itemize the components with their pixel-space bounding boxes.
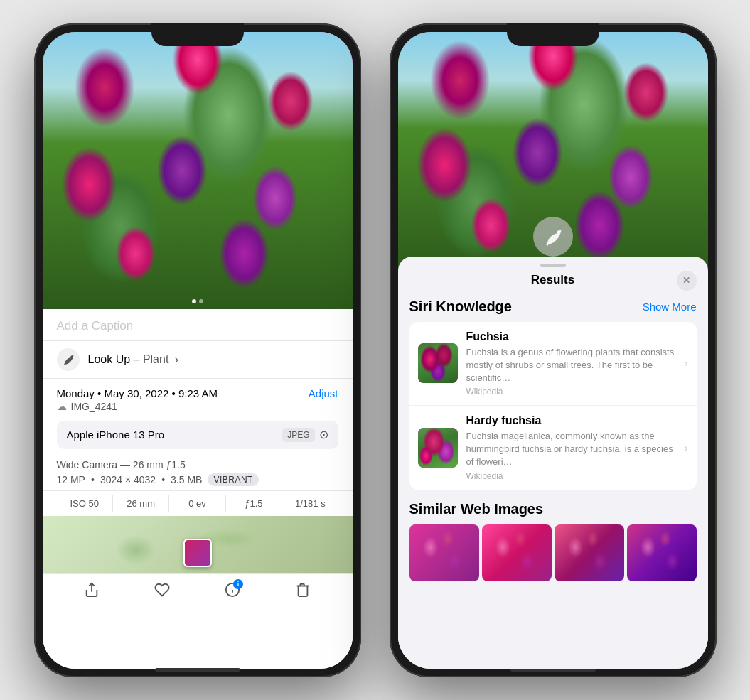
hardy-fuchsia-desc: Fuchsia magellanica, commonly known as t… [466, 430, 679, 469]
share-button[interactable] [84, 582, 100, 602]
visual-lookup-button[interactable] [533, 217, 573, 257]
camera-spec-line1: Wide Camera — 26 mm ƒ1.5 [57, 459, 338, 470]
delete-button[interactable] [295, 582, 311, 602]
knowledge-card: Fuchsia Fuchsia is a genus of flowering … [409, 322, 697, 490]
sim-flowers-1 [409, 524, 479, 581]
sheet-header: Results ✕ [398, 267, 708, 294]
lookup-row[interactable]: Look Up – Plant › [43, 341, 353, 379]
info-badge: i [233, 579, 243, 589]
fuchsia-desc: Fuchsia is a genus of flowering plants t… [466, 346, 679, 385]
siri-knowledge-title: Siri Knowledge [409, 298, 512, 315]
sim-flowers-2 [482, 524, 552, 581]
sheet-content: Siri Knowledge Show More Fuchsia Fuchsia… [398, 294, 708, 669]
hardy-fuchsia-thumbnail [418, 428, 458, 468]
lookup-chevron: › [175, 353, 178, 365]
left-phone: Add a Caption Look Up – Plant › [34, 23, 361, 677]
fuchsia-thumb-image [418, 343, 458, 383]
date-row: Monday • May 30, 2022 • 9:23 AM ☁ IMG_42… [43, 379, 353, 415]
camera-specs: Wide Camera — 26 mm ƒ1.5 12 MP • 3024 × … [43, 455, 353, 490]
location-icon: ⊙ [319, 428, 328, 441]
page-dot-2 [199, 299, 203, 303]
device-name: Apple iPhone 13 Pro [67, 429, 165, 441]
right-photo-display [398, 32, 708, 274]
close-button[interactable]: ✕ [677, 271, 697, 291]
left-phone-screen: Add a Caption Look Up – Plant › [43, 32, 353, 669]
map-photo-thumb [183, 539, 212, 567]
fuchsia-info: Fuchsia Fuchsia is a genus of flowering … [466, 330, 679, 397]
right-phone: Results ✕ Siri Knowledge Show More [390, 23, 717, 677]
cloud-icon: ☁ [57, 401, 67, 412]
visual-look-up-icon [57, 348, 80, 371]
exif-aperture: ƒ1.5 [226, 495, 282, 512]
siri-knowledge-header: Siri Knowledge Show More [409, 298, 697, 315]
leaf-icon [62, 353, 75, 366]
caption-placeholder[interactable]: Add a Caption [57, 319, 134, 333]
similar-image-4[interactable] [627, 524, 697, 581]
lookup-label: Look Up – Plant › [88, 353, 179, 366]
similar-web-section: Similar Web Images [409, 501, 697, 581]
favorite-button[interactable] [154, 582, 170, 602]
knowledge-item-hardy-fuchsia[interactable]: Hardy fuchsia Fuchsia magellanica, commo… [409, 406, 697, 490]
spec-separator2: • [161, 474, 165, 485]
leaf-lookup-icon [543, 227, 563, 247]
similar-image-2[interactable] [482, 524, 552, 581]
knowledge-item-fuchsia[interactable]: Fuchsia Fuchsia is a genus of flowering … [409, 322, 697, 406]
filename-row: ☁ IMG_4241 [57, 401, 218, 412]
sim-flowers-4 [627, 524, 697, 581]
bottom-toolbar: i [43, 573, 353, 623]
page-indicator [192, 299, 203, 303]
format-badge: JPEG [282, 428, 314, 442]
exif-focal: 26 mm [113, 495, 169, 512]
fuchsia-thumbnail [418, 343, 458, 383]
hardy-fuchsia-thumb-image [418, 428, 458, 468]
caption-area[interactable]: Add a Caption [43, 309, 353, 341]
date-text: Monday • May 30, 2022 • 9:23 AM [57, 387, 218, 399]
similar-images-grid [409, 524, 697, 581]
hardy-fuchsia-info: Hardy fuchsia Fuchsia magellanica, commo… [466, 414, 679, 481]
camera-spec-line2: 12 MP • 3024 × 4032 • 3.5 MB VIBRANT [57, 473, 338, 486]
date-info: Monday • May 30, 2022 • 9:23 AM ☁ IMG_42… [57, 387, 218, 412]
home-indicator [155, 668, 240, 672]
right-phone-screen: Results ✕ Siri Knowledge Show More [398, 32, 708, 669]
exif-ev: 0 ev [169, 495, 225, 512]
filename-text: IMG_4241 [71, 401, 117, 412]
device-row: Apple iPhone 13 Pro JPEG ⊙ [57, 421, 338, 449]
photo-display[interactable] [43, 32, 353, 309]
similar-web-title: Similar Web Images [409, 501, 544, 517]
exif-shutter: 1/181 s [282, 495, 338, 512]
similar-image-1[interactable] [409, 524, 479, 581]
page-dot-1 [192, 299, 196, 303]
vibrant-badge: VIBRANT [208, 473, 259, 486]
device-badges: JPEG ⊙ [282, 428, 328, 442]
sheet-title: Results [531, 273, 574, 287]
hardy-fuchsia-chevron: › [685, 442, 688, 453]
spec-separator: • [91, 474, 95, 485]
info-button[interactable]: i [225, 582, 240, 602]
results-sheet: Results ✕ Siri Knowledge Show More [398, 257, 708, 669]
flower-photo [43, 32, 353, 309]
similar-image-3[interactable] [555, 524, 624, 581]
map-area[interactable] [43, 516, 353, 573]
exif-row: ISO 50 26 mm 0 ev ƒ1.5 1/181 s [43, 490, 353, 516]
exif-iso: ISO 50 [57, 495, 113, 512]
info-panel: Add a Caption Look Up – Plant › [43, 309, 353, 669]
fuchsia-source: Wikipedia [466, 387, 679, 397]
show-more-button[interactable]: Show More [643, 301, 697, 313]
similar-web-header: Similar Web Images [409, 501, 697, 517]
fuchsia-name: Fuchsia [466, 330, 679, 343]
adjust-button[interactable]: Adjust [309, 387, 338, 399]
sim-flowers-3 [555, 524, 624, 581]
hardy-fuchsia-name: Hardy fuchsia [466, 414, 679, 427]
hardy-fuchsia-source: Wikipedia [466, 471, 679, 481]
fuchsia-chevron: › [685, 357, 688, 369]
